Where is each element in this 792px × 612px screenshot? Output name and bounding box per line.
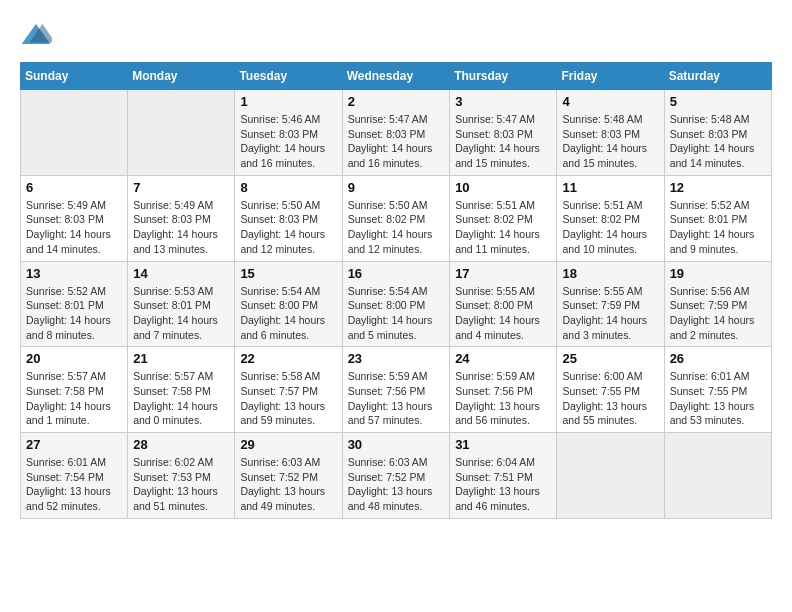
day-number: 7 [133, 180, 229, 195]
calendar-cell: 24Sunrise: 5:59 AMSunset: 7:56 PMDayligh… [450, 347, 557, 433]
logo [20, 20, 58, 52]
day-info: Sunrise: 5:52 AMSunset: 8:01 PMDaylight:… [26, 284, 122, 343]
calendar-cell: 1Sunrise: 5:46 AMSunset: 8:03 PMDaylight… [235, 90, 342, 176]
week-row-4: 20Sunrise: 5:57 AMSunset: 7:58 PMDayligh… [21, 347, 772, 433]
day-number: 22 [240, 351, 336, 366]
day-info: Sunrise: 5:51 AMSunset: 8:02 PMDaylight:… [455, 198, 551, 257]
day-number: 3 [455, 94, 551, 109]
calendar-cell: 25Sunrise: 6:00 AMSunset: 7:55 PMDayligh… [557, 347, 664, 433]
calendar-cell: 22Sunrise: 5:58 AMSunset: 7:57 PMDayligh… [235, 347, 342, 433]
calendar-cell: 19Sunrise: 5:56 AMSunset: 7:59 PMDayligh… [664, 261, 771, 347]
day-number: 5 [670, 94, 766, 109]
calendar-cell: 16Sunrise: 5:54 AMSunset: 8:00 PMDayligh… [342, 261, 450, 347]
days-of-week-row: SundayMondayTuesdayWednesdayThursdayFrid… [21, 63, 772, 90]
day-info: Sunrise: 5:47 AMSunset: 8:03 PMDaylight:… [455, 112, 551, 171]
day-info: Sunrise: 5:46 AMSunset: 8:03 PMDaylight:… [240, 112, 336, 171]
day-header-monday: Monday [128, 63, 235, 90]
day-header-saturday: Saturday [664, 63, 771, 90]
calendar-cell [21, 90, 128, 176]
day-number: 30 [348, 437, 445, 452]
logo-icon [20, 20, 52, 52]
day-number: 20 [26, 351, 122, 366]
day-number: 21 [133, 351, 229, 366]
day-info: Sunrise: 5:52 AMSunset: 8:01 PMDaylight:… [670, 198, 766, 257]
day-number: 23 [348, 351, 445, 366]
calendar-body: 1Sunrise: 5:46 AMSunset: 8:03 PMDaylight… [21, 90, 772, 519]
day-number: 19 [670, 266, 766, 281]
calendar-cell: 6Sunrise: 5:49 AMSunset: 8:03 PMDaylight… [21, 175, 128, 261]
day-number: 28 [133, 437, 229, 452]
calendar-cell: 20Sunrise: 5:57 AMSunset: 7:58 PMDayligh… [21, 347, 128, 433]
day-info: Sunrise: 6:00 AMSunset: 7:55 PMDaylight:… [562, 369, 658, 428]
day-info: Sunrise: 6:01 AMSunset: 7:55 PMDaylight:… [670, 369, 766, 428]
week-row-2: 6Sunrise: 5:49 AMSunset: 8:03 PMDaylight… [21, 175, 772, 261]
day-number: 25 [562, 351, 658, 366]
day-info: Sunrise: 6:03 AMSunset: 7:52 PMDaylight:… [348, 455, 445, 514]
day-number: 11 [562, 180, 658, 195]
day-info: Sunrise: 5:59 AMSunset: 7:56 PMDaylight:… [455, 369, 551, 428]
day-number: 4 [562, 94, 658, 109]
calendar-cell: 29Sunrise: 6:03 AMSunset: 7:52 PMDayligh… [235, 433, 342, 519]
calendar-cell: 9Sunrise: 5:50 AMSunset: 8:02 PMDaylight… [342, 175, 450, 261]
day-header-thursday: Thursday [450, 63, 557, 90]
day-number: 6 [26, 180, 122, 195]
calendar-cell: 30Sunrise: 6:03 AMSunset: 7:52 PMDayligh… [342, 433, 450, 519]
calendar-cell: 31Sunrise: 6:04 AMSunset: 7:51 PMDayligh… [450, 433, 557, 519]
calendar-cell [128, 90, 235, 176]
day-number: 31 [455, 437, 551, 452]
day-info: Sunrise: 5:48 AMSunset: 8:03 PMDaylight:… [670, 112, 766, 171]
day-info: Sunrise: 6:04 AMSunset: 7:51 PMDaylight:… [455, 455, 551, 514]
day-info: Sunrise: 5:56 AMSunset: 7:59 PMDaylight:… [670, 284, 766, 343]
calendar-header: SundayMondayTuesdayWednesdayThursdayFrid… [21, 63, 772, 90]
calendar-cell: 4Sunrise: 5:48 AMSunset: 8:03 PMDaylight… [557, 90, 664, 176]
day-number: 17 [455, 266, 551, 281]
day-header-sunday: Sunday [21, 63, 128, 90]
day-info: Sunrise: 5:57 AMSunset: 7:58 PMDaylight:… [26, 369, 122, 428]
day-info: Sunrise: 5:50 AMSunset: 8:03 PMDaylight:… [240, 198, 336, 257]
calendar-cell: 15Sunrise: 5:54 AMSunset: 8:00 PMDayligh… [235, 261, 342, 347]
calendar-cell: 28Sunrise: 6:02 AMSunset: 7:53 PMDayligh… [128, 433, 235, 519]
calendar-cell: 12Sunrise: 5:52 AMSunset: 8:01 PMDayligh… [664, 175, 771, 261]
day-header-friday: Friday [557, 63, 664, 90]
day-info: Sunrise: 5:59 AMSunset: 7:56 PMDaylight:… [348, 369, 445, 428]
day-number: 13 [26, 266, 122, 281]
day-info: Sunrise: 5:49 AMSunset: 8:03 PMDaylight:… [26, 198, 122, 257]
day-info: Sunrise: 5:55 AMSunset: 8:00 PMDaylight:… [455, 284, 551, 343]
calendar-table: SundayMondayTuesdayWednesdayThursdayFrid… [20, 62, 772, 519]
day-number: 18 [562, 266, 658, 281]
calendar-cell: 14Sunrise: 5:53 AMSunset: 8:01 PMDayligh… [128, 261, 235, 347]
day-number: 12 [670, 180, 766, 195]
day-number: 16 [348, 266, 445, 281]
day-number: 27 [26, 437, 122, 452]
calendar-cell: 23Sunrise: 5:59 AMSunset: 7:56 PMDayligh… [342, 347, 450, 433]
page-header [20, 20, 772, 52]
day-number: 26 [670, 351, 766, 366]
day-number: 14 [133, 266, 229, 281]
week-row-3: 13Sunrise: 5:52 AMSunset: 8:01 PMDayligh… [21, 261, 772, 347]
calendar-cell: 13Sunrise: 5:52 AMSunset: 8:01 PMDayligh… [21, 261, 128, 347]
calendar-cell: 2Sunrise: 5:47 AMSunset: 8:03 PMDaylight… [342, 90, 450, 176]
day-number: 9 [348, 180, 445, 195]
day-info: Sunrise: 5:58 AMSunset: 7:57 PMDaylight:… [240, 369, 336, 428]
week-row-1: 1Sunrise: 5:46 AMSunset: 8:03 PMDaylight… [21, 90, 772, 176]
calendar-cell [557, 433, 664, 519]
day-number: 10 [455, 180, 551, 195]
calendar-cell: 10Sunrise: 5:51 AMSunset: 8:02 PMDayligh… [450, 175, 557, 261]
day-info: Sunrise: 6:01 AMSunset: 7:54 PMDaylight:… [26, 455, 122, 514]
calendar-cell: 27Sunrise: 6:01 AMSunset: 7:54 PMDayligh… [21, 433, 128, 519]
day-info: Sunrise: 5:54 AMSunset: 8:00 PMDaylight:… [240, 284, 336, 343]
calendar-cell: 11Sunrise: 5:51 AMSunset: 8:02 PMDayligh… [557, 175, 664, 261]
day-header-wednesday: Wednesday [342, 63, 450, 90]
day-info: Sunrise: 5:49 AMSunset: 8:03 PMDaylight:… [133, 198, 229, 257]
calendar-cell: 8Sunrise: 5:50 AMSunset: 8:03 PMDaylight… [235, 175, 342, 261]
calendar-cell: 3Sunrise: 5:47 AMSunset: 8:03 PMDaylight… [450, 90, 557, 176]
day-header-tuesday: Tuesday [235, 63, 342, 90]
day-number: 24 [455, 351, 551, 366]
calendar-cell: 21Sunrise: 5:57 AMSunset: 7:58 PMDayligh… [128, 347, 235, 433]
day-number: 1 [240, 94, 336, 109]
day-number: 8 [240, 180, 336, 195]
day-info: Sunrise: 5:51 AMSunset: 8:02 PMDaylight:… [562, 198, 658, 257]
day-info: Sunrise: 5:54 AMSunset: 8:00 PMDaylight:… [348, 284, 445, 343]
calendar-cell: 17Sunrise: 5:55 AMSunset: 8:00 PMDayligh… [450, 261, 557, 347]
day-info: Sunrise: 5:55 AMSunset: 7:59 PMDaylight:… [562, 284, 658, 343]
